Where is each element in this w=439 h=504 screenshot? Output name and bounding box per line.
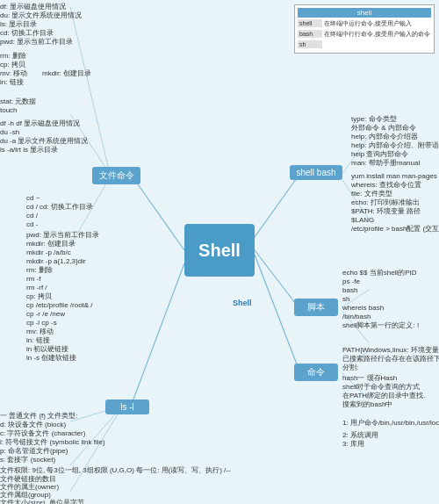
branch-mingling: 命令 xyxy=(294,364,338,381)
leaf-profile: /etc/profile > bash配置 (交互方式) xyxy=(351,224,439,234)
branch-shell-bash: shell bash xyxy=(290,165,342,180)
leaf-lsl-11: 文件大小(size), 单位是字节 xyxy=(0,498,84,504)
shell-content-0: 在终端中运行命令,接受用户输入 xyxy=(324,19,431,28)
leaf-lns: ln -s 创建软链接 xyxy=(26,353,76,363)
svg-line-5 xyxy=(70,7,110,174)
svg-line-16 xyxy=(70,406,123,492)
branch-wenjian: 文件命令 xyxy=(92,167,140,184)
leaf-shellscript: shell脚本第一行的定义: ! xyxy=(342,320,419,330)
shell-label: Shell xyxy=(233,299,252,307)
leaf-pwd: pwd: 显示当前工作目录 xyxy=(0,37,73,47)
svg-line-2 xyxy=(255,250,299,307)
leaf-touch: touch xyxy=(0,105,18,115)
leaf-cd-dash: cd - xyxy=(26,220,38,229)
center-node: Shell xyxy=(184,224,255,277)
leaf-lsalrt: ls -a/lrt ls 显示目录 xyxy=(0,145,58,155)
shell-content-1: 在终端中行行命令,接受用户输入的命令 xyxy=(324,30,431,39)
branch-jiaoben: 脚本 xyxy=(294,299,338,316)
shell-label-2: sh xyxy=(298,40,322,48)
branch-ls-l: ls -l xyxy=(105,400,149,414)
shell-box-title: shell xyxy=(298,8,431,18)
leaf-lsl-6: s: 套接字 (socket) xyxy=(0,455,55,464)
leaf-split: 分割: xyxy=(342,363,358,372)
shell-label-0: shell xyxy=(298,19,322,27)
shell-label-1: bash xyxy=(298,30,322,38)
shell-box-row-0: shell 在终端中运行命令,接受用户输入 xyxy=(298,19,431,28)
leaf-mkdir: mkdir: 创建目录 xyxy=(42,68,91,78)
shell-info-box: shell shell 在终端中运行命令,接受用户输入 bash 在终端中行行命… xyxy=(294,4,435,54)
shell-box-row-1: bash 在终端中行行命令,接受用户输入的命令 xyxy=(298,30,431,39)
mind-map: shell shell 在终端中运行命令,接受用户输入 bash 在终端中行行命… xyxy=(0,0,439,504)
leaf-man: man: 帮助手册manual xyxy=(351,158,420,168)
svg-line-0 xyxy=(132,176,184,250)
shell-box-row-2: sh xyxy=(298,40,431,48)
leaf-user-1: 1: 用户命令/bin,/usr/bin,/usr/local/bin xyxy=(342,418,439,428)
leaf-searchbash: 搜索到的bash中 xyxy=(342,400,392,409)
svg-line-1 xyxy=(255,176,299,237)
svg-line-4 xyxy=(132,263,184,404)
leaf-user-3: 3: 库用 xyxy=(342,439,364,449)
svg-line-3 xyxy=(255,255,299,369)
leaf-ln: ln: 链接 xyxy=(0,77,24,87)
